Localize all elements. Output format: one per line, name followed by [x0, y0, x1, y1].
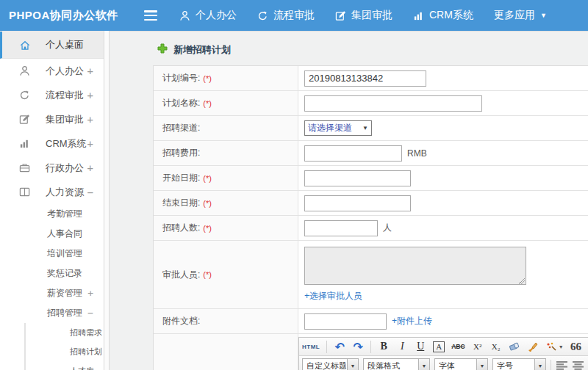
- paragraph-format-select[interactable]: 段落格式 ▼: [363, 358, 430, 370]
- sidebar-item-recruit-plan[interactable]: 招聘计划: [26, 342, 104, 361]
- caret-down-icon: ▼: [476, 359, 487, 370]
- required-mark: (*): [203, 74, 212, 83]
- expand-plus-icon[interactable]: +: [87, 138, 93, 150]
- field-label: 审批人员:: [162, 269, 200, 281]
- sidebar-item-rewards[interactable]: 奖惩记录: [0, 264, 104, 283]
- sidebar-item-attendance[interactable]: 考勤管理: [0, 204, 104, 224]
- sidebar-item-admin-office[interactable]: 行政办公 +: [0, 156, 104, 180]
- form-row-approvers: 审批人员: (*) +选择审批人员: [154, 241, 588, 309]
- attachment-input[interactable]: [304, 313, 387, 330]
- caret-down-icon: ▼: [559, 344, 564, 349]
- sidebar-item-desktop[interactable]: 个人桌面: [0, 32, 104, 59]
- subscript-button[interactable]: X₂: [490, 340, 502, 353]
- expand-plus-icon[interactable]: +: [87, 65, 93, 77]
- plan-number-input[interactable]: [304, 70, 426, 87]
- caret-down-icon: ▼: [534, 359, 545, 370]
- topnav-group-approval[interactable]: 集团审批: [335, 9, 392, 22]
- form-row-channel: 招聘渠道: 请选择渠道 ▼: [154, 116, 588, 141]
- chart-icon: [19, 138, 32, 150]
- font-family-select[interactable]: 字体 ▼: [434, 358, 488, 370]
- custom-title-select[interactable]: 自定义标题 ▼: [302, 358, 359, 370]
- strikethrough-button[interactable]: ABC: [451, 340, 465, 353]
- collapse-minus-icon[interactable]: −: [87, 308, 93, 319]
- start-date-input[interactable]: [304, 170, 411, 186]
- edit-icon: [335, 10, 346, 21]
- form-row-cost: 招聘费用: RMB: [154, 141, 588, 166]
- sidebar-item-talent-pool[interactable]: 人才库: [26, 361, 104, 370]
- collapse-minus-icon[interactable]: −: [87, 186, 93, 198]
- topnav-crm-system[interactable]: CRM系统: [413, 9, 473, 22]
- topnav-process-approval[interactable]: 流程审批: [257, 9, 315, 22]
- recruit-plan-form: 计划编号: (*) 计划名称: (*) 招聘渠道:: [153, 65, 588, 370]
- sidebar-item-recruit-mgmt[interactable]: 招聘管理 −: [0, 303, 104, 323]
- blockquote-button[interactable]: 66: [570, 340, 582, 353]
- source-code-button[interactable]: HTML: [302, 340, 320, 353]
- align-left-icon[interactable]: [556, 359, 567, 370]
- expand-plus-icon[interactable]: +: [87, 90, 93, 101]
- home-icon: [19, 39, 32, 51]
- sidebar-item-hr-contract[interactable]: 人事合同: [0, 224, 104, 244]
- field-label: 计划编号:: [162, 72, 200, 84]
- sidebar-item-group-approval[interactable]: 集团审批 +: [0, 107, 104, 131]
- font-size-select[interactable]: 字号 ▼: [492, 358, 546, 370]
- auto-typeset-icon[interactable]: ▼: [545, 340, 564, 353]
- sidebar-scrollbar[interactable]: [104, 31, 110, 370]
- border-text-button[interactable]: A: [433, 341, 445, 352]
- sidebar-item-training[interactable]: 培训管理: [0, 244, 104, 264]
- topnav-personal-office[interactable]: 个人办公: [179, 9, 237, 22]
- field-label: 附件文档:: [162, 315, 200, 327]
- sidebar-item-recruit-demand[interactable]: 招聘需求: [26, 323, 104, 342]
- redo-icon[interactable]: ↷: [352, 340, 364, 353]
- form-row-attachment: 附件文档: +附件上传: [154, 309, 588, 334]
- cost-input[interactable]: [304, 145, 402, 162]
- underline-button[interactable]: U: [415, 340, 426, 353]
- sidebar-item-hr[interactable]: 人力资源 −: [0, 180, 104, 204]
- form-row-start-date: 开始日期: (*): [154, 166, 588, 191]
- form-row-plan-number: 计划编号: (*): [154, 66, 588, 91]
- eraser-icon[interactable]: [509, 340, 520, 353]
- user-icon: [179, 10, 190, 21]
- end-date-input[interactable]: [304, 195, 411, 211]
- topnav-more-apps[interactable]: 更多应用 ▼: [494, 9, 547, 22]
- menu-toggle-icon[interactable]: [144, 10, 157, 21]
- resize-grip-icon[interactable]: [518, 278, 525, 284]
- approvers-textarea[interactable]: [304, 247, 526, 285]
- italic-button[interactable]: I: [396, 340, 408, 353]
- format-painter-icon[interactable]: [527, 340, 539, 353]
- currency-suffix: RMB: [407, 148, 427, 159]
- attachment-upload-link[interactable]: +附件上传: [392, 315, 432, 327]
- required-mark: (*): [203, 99, 212, 108]
- field-label: 结束日期:: [162, 197, 200, 209]
- add-plus-icon: [157, 43, 168, 57]
- top-nav: 个人办公 流程审批 集团审批 CRM系统 更多应用 ▼: [179, 9, 547, 22]
- form-row-headcount: 招聘人数: (*) 人: [154, 216, 588, 241]
- superscript-button[interactable]: X²: [472, 340, 484, 353]
- sidebar-item-personal-office[interactable]: 个人办公 +: [0, 59, 104, 83]
- field-label: 招聘人数:: [162, 222, 200, 234]
- book-icon: [19, 186, 32, 198]
- user-icon: [19, 65, 32, 77]
- expand-plus-icon[interactable]: +: [87, 162, 93, 174]
- expand-plus-icon[interactable]: +: [87, 114, 93, 126]
- page-title: 新增招聘计划: [173, 43, 231, 57]
- headcount-input[interactable]: [304, 220, 378, 236]
- caret-down-icon: ▼: [418, 359, 429, 370]
- page-header: 新增招聘计划: [110, 32, 588, 65]
- expand-plus-icon[interactable]: +: [87, 288, 93, 299]
- bold-button[interactable]: B: [378, 340, 390, 353]
- caret-down-icon: ▼: [347, 359, 358, 370]
- align-center-icon[interactable]: [572, 359, 584, 370]
- editor-toolbar-row2: 自定义标题 ▼ 段落格式 ▼ 字体 ▼: [299, 356, 588, 370]
- undo-icon[interactable]: ↶: [334, 340, 345, 353]
- form-row-end-date: 结束日期: (*): [154, 191, 588, 216]
- select-approvers-link[interactable]: +选择审批人员: [304, 290, 362, 302]
- sidebar-item-process-approval[interactable]: 流程审批 +: [0, 83, 104, 107]
- sidebar-item-crm[interactable]: CRM系统 +: [0, 131, 104, 156]
- sidebar-item-salary[interactable]: 薪资管理 +: [0, 283, 104, 303]
- briefcase-icon: [19, 162, 32, 174]
- process-icon: [19, 90, 32, 101]
- field-label: 招聘费用:: [162, 147, 200, 159]
- editor-toolbar-row1: HTML ↶ ↷ B I U A ABC X² X₂: [299, 338, 588, 356]
- channel-select[interactable]: 请选择渠道 ▼: [304, 120, 372, 136]
- plan-name-input[interactable]: [304, 95, 482, 112]
